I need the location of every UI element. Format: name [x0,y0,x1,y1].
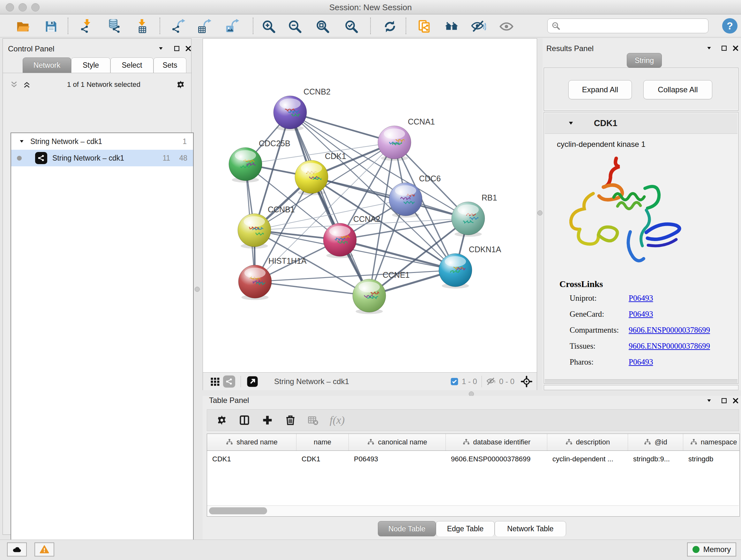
network-share-view-button[interactable] [222,374,236,388]
save-session-button[interactable] [43,18,59,35]
table-cell[interactable]: stringdb [683,451,740,468]
export-network-button[interactable] [171,18,187,35]
zoom-fit-button[interactable] [314,18,331,35]
table-panel-menu-button[interactable] [704,395,715,406]
tab-string[interactable]: String [627,53,662,68]
duplicate-documents-icon [417,19,432,34]
import-network-database-button[interactable] [106,18,123,35]
zoom-in-button[interactable] [260,18,277,35]
add-column-button[interactable] [261,414,273,426]
crosshair-icon [521,376,532,387]
memory-button[interactable]: Memory [687,543,736,557]
tab-sets[interactable]: Sets [153,57,186,73]
export-table-button[interactable] [197,18,213,35]
column-header-namespace[interactable]: namespace [683,434,740,450]
tab-network[interactable]: Network [23,57,71,73]
horizontal-scrollbar[interactable] [207,505,739,516]
table-panel-close-button[interactable] [730,395,741,406]
table-cell[interactable]: cyclin-dependent ... [547,451,628,468]
expand-all-button[interactable]: Expand All [568,80,632,99]
table-row[interactable]: CDK1CDK1P064939606.ENSP00000378699cyclin… [207,451,739,468]
crosslink-value-link[interactable]: 9606.ENSP00000378699 [629,341,710,351]
control-panel-close-button[interactable] [183,43,194,54]
import-table-button[interactable] [133,18,150,35]
tab-node-table[interactable]: Node Table [378,521,436,537]
memory-ok-indicator [692,546,699,553]
collapse-caret-icon[interactable] [568,120,574,126]
delete-column-button[interactable] [284,414,296,426]
network-edge[interactable] [255,282,369,296]
network-edge[interactable] [290,112,369,296]
help-button[interactable]: ? [722,18,738,34]
tab-edge-table[interactable]: Edge Table [436,521,495,537]
column-header-shared-name[interactable]: shared name [207,434,296,450]
home-button[interactable] [443,18,460,35]
table-cell[interactable]: P06493 [349,451,446,468]
open-session-button[interactable] [15,18,31,35]
selected-checkbox-icon[interactable] [450,377,459,386]
crosslink-value-link[interactable]: 9606.ENSP00000378699 [629,326,710,334]
warnings-button[interactable] [35,543,54,557]
expand-all-networks-button[interactable] [21,79,32,90]
crosslink-value-link[interactable]: P06493 [629,294,653,303]
zoom-in-icon [261,19,276,34]
network-options-gear-button[interactable] [175,79,186,90]
zoom-selected-button[interactable] [343,18,360,35]
crosslink-value-link[interactable]: P06493 [629,358,653,367]
table-cell[interactable]: CDK1 [296,451,349,468]
duplicate-network-button[interactable] [416,18,433,35]
crosslink-value-link[interactable]: P06493 [629,310,653,319]
left-splitter-handle[interactable] [195,287,200,292]
column-header-description[interactable]: description [547,434,628,450]
network-node-count: 11 [163,154,171,163]
cloud-status-button[interactable] [7,543,27,557]
table-cell[interactable]: stringdb:9... [628,451,683,468]
column-header-canonical-name[interactable]: canonical name [349,434,446,450]
table-header-row[interactable]: shared namenamecanonical namedatabase id… [207,434,739,451]
network-view-statusbar: String Network – cdk1 1 - 0 0 - 0 [203,372,537,390]
results-panel-float-button[interactable] [719,43,730,54]
right-splitter-handle[interactable] [537,210,542,215]
table-cell[interactable]: 9606.ENSP00000378699 [446,451,547,468]
detach-view-button[interactable] [246,374,259,388]
tab-network-table[interactable]: Network Table [495,521,566,537]
cloud-icon [12,545,22,554]
protein-card-header[interactable]: CDK1 [545,113,738,134]
collapse-all-networks-button[interactable] [9,79,19,90]
pan-crosshair-button[interactable] [520,374,534,388]
search-box[interactable] [547,18,709,33]
results-panel-close-button[interactable] [730,43,741,54]
network-status-dot [17,156,22,161]
table-panel-float-button[interactable] [719,395,730,406]
apply-layout-button[interactable] [382,18,398,35]
column-header--id[interactable]: @id [628,434,683,450]
node-table: shared namenamecanonical namedatabase id… [207,434,740,516]
protein-result-card: CDK1 cyclin-dependent kinase 1 [544,112,738,384]
network-collection-row[interactable]: String Network – cdk1 1 [11,133,193,150]
table-cell[interactable]: CDK1 [207,451,296,468]
collection-caret-icon[interactable] [19,138,24,144]
close-icon [732,397,739,404]
search-input[interactable] [560,21,696,30]
import-network-file-button[interactable] [78,18,95,35]
node-label-cdc6: CDC6 [419,174,441,183]
tab-style[interactable]: Style [71,57,111,73]
column-header-name[interactable]: name [296,434,349,450]
network-canvas[interactable]: CCNB2CCNA1CDC25BCDK1CDC6RB1CCNB1CCNA2CDK… [203,39,537,372]
control-panel-float-button[interactable] [172,43,182,54]
collapse-all-button[interactable]: Collapse All [643,80,712,99]
network-row-selected[interactable]: String Network – cdk1 11 48 [11,150,193,166]
birdseye-grid-button[interactable] [208,374,222,388]
scrollbar-thumb[interactable] [209,507,267,514]
show-columns-button[interactable] [239,414,251,426]
export-image-button[interactable] [224,18,241,35]
show-graphics-details-button[interactable] [498,18,515,35]
hide-selected-button[interactable] [470,18,487,35]
statusbar-separator [241,376,241,387]
control-panel-menu-button[interactable] [155,43,166,54]
results-panel-menu-button[interactable] [704,43,715,54]
tab-select[interactable]: Select [111,57,153,73]
table-gear-button[interactable] [216,415,227,426]
zoom-out-button[interactable] [286,18,303,35]
column-header-database-identifier[interactable]: database identifier [446,434,547,450]
